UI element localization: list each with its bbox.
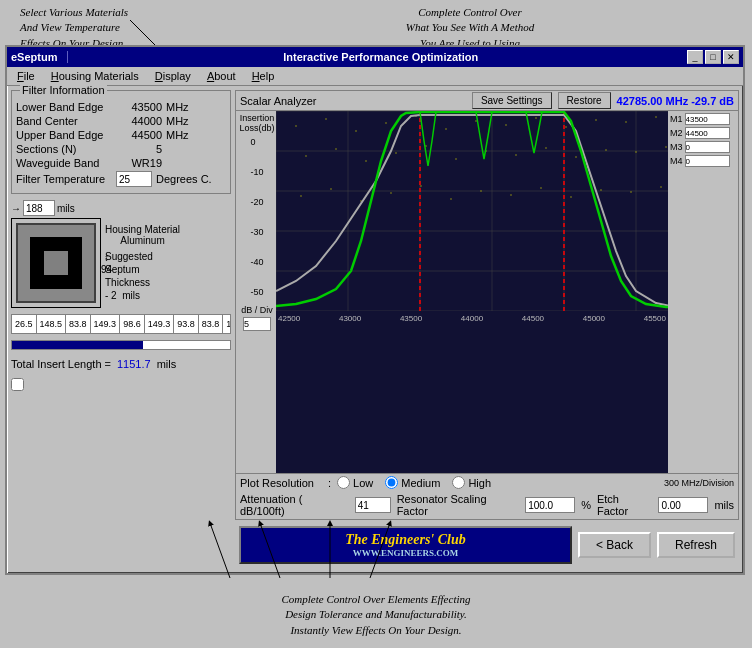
x-label-44000: 44000 (461, 314, 483, 323)
svg-point-17 (295, 125, 297, 127)
num-cell-4: 98.6 (120, 315, 145, 333)
attenuation-label: Attenuation ( dB/100ft) (240, 493, 349, 517)
housing-material: Housing MaterialAluminum (105, 224, 180, 246)
band-center-value: 44000 (116, 115, 166, 127)
svg-point-44 (665, 146, 667, 148)
window-controls: _ □ ✕ (687, 50, 739, 64)
svg-point-34 (365, 160, 367, 162)
width-unit: mils (57, 203, 75, 214)
maximize-button[interactable]: □ (705, 50, 721, 64)
menu-file[interactable]: File (9, 68, 43, 84)
back-button[interactable]: < Back (578, 532, 651, 558)
bottom-bar: Total Insert Length = 1151.7 mils (11, 356, 231, 372)
temperature-input[interactable] (116, 171, 152, 187)
db-div-input[interactable] (243, 317, 271, 331)
sections-value: 5 (116, 143, 166, 155)
checkbox-option[interactable] (11, 378, 24, 391)
svg-point-42 (605, 149, 607, 151)
menu-display[interactable]: Display (147, 68, 199, 84)
m3-input[interactable] (685, 141, 730, 153)
chart-background: 0 -10 -20 -30 -40 -50 42500 43000 43500 (276, 111, 668, 473)
save-settings-button[interactable]: Save Settings (472, 92, 552, 109)
restore-button[interactable]: Restore (558, 92, 611, 109)
y-label-40: -40 (250, 257, 263, 267)
waveguide-label: Waveguide Band (16, 157, 116, 169)
sa-title: Scalar Analyzer (240, 95, 316, 107)
x-label-43500: 43500 (400, 314, 422, 323)
svg-point-51 (450, 198, 452, 200)
minimize-button[interactable]: _ (687, 50, 703, 64)
svg-point-46 (300, 195, 302, 197)
svg-point-50 (420, 185, 422, 187)
total-insert-label: Total Insert Length = (11, 358, 111, 370)
plot-resolution-label: Plot Resolution (240, 477, 314, 489)
x-label-43000: 43000 (339, 314, 361, 323)
main-content: Filter Information Lower Band Edge 43500… (7, 86, 743, 570)
menu-about[interactable]: About (199, 68, 244, 84)
resonator-input[interactable] (525, 497, 575, 513)
temperature-label: Filter Temperature (16, 173, 116, 185)
svg-point-43 (635, 151, 637, 153)
annotation-bottom: Complete Control Over Elements Effecting… (201, 592, 551, 638)
db-div-label: dB / Div (241, 305, 273, 315)
right-panel: Scalar Analyzer Save Settings Restore 42… (235, 90, 739, 566)
resolution-medium[interactable]: Medium (385, 476, 440, 489)
svg-point-53 (510, 194, 512, 196)
resolution-high[interactable]: High (452, 476, 491, 489)
m1-input[interactable] (685, 113, 730, 125)
etch-input[interactable] (658, 497, 708, 513)
septum-diagram: ↕ 94 (11, 218, 101, 308)
m2-input[interactable] (685, 127, 730, 139)
m4-label: M4 (670, 156, 683, 166)
x-axis-labels: 42500 43000 43500 44000 44500 45000 4550… (276, 313, 668, 324)
svg-point-57 (630, 191, 632, 193)
refresh-button[interactable]: Refresh (657, 532, 735, 558)
num-cell-6: 93.8 (174, 315, 199, 333)
svg-point-22 (445, 128, 447, 130)
m2-label: M2 (670, 128, 683, 138)
resolution-low[interactable]: Low (337, 476, 373, 489)
upper-band-unit: MHz (166, 129, 189, 141)
y-label-30: -30 (250, 227, 263, 237)
sections-label: Sections (N) (16, 143, 116, 155)
svg-point-49 (390, 192, 392, 194)
resonator-unit: % (581, 499, 591, 511)
upper-band-label: Upper Band Edge (16, 129, 116, 141)
main-window: eSeptum Interactive Performance Optimiza… (5, 45, 745, 575)
svg-point-28 (625, 121, 627, 123)
etch-label: Etch Factor (597, 493, 653, 517)
menu-help[interactable]: Help (244, 68, 283, 84)
attenuation-input[interactable] (355, 497, 391, 513)
total-insert-unit: mils (157, 358, 177, 370)
svg-point-37 (455, 158, 457, 160)
checkbox-row (11, 378, 231, 391)
menu-housing[interactable]: Housing Materials (43, 68, 147, 84)
svg-point-40 (545, 147, 547, 149)
svg-point-47 (330, 188, 332, 190)
m4-input[interactable] (685, 155, 730, 167)
sa-coordinates: 42785.00 MHz -29.7 dB (617, 95, 734, 107)
close-button[interactable]: ✕ (723, 50, 739, 64)
waveguide-value: WR19 (116, 157, 166, 169)
num-cell-2: 83.8 (66, 315, 91, 333)
svg-point-32 (305, 155, 307, 157)
num-cell-8: 148.5 (223, 315, 231, 333)
progress-bar (11, 340, 231, 350)
band-center-unit: MHz (166, 115, 189, 127)
y-label-0: 0 (250, 137, 263, 147)
lower-band-unit: MHz (166, 101, 189, 113)
m3-label: M3 (670, 142, 683, 152)
width-input[interactable] (23, 200, 55, 216)
filter-info-title: Filter Information (20, 84, 107, 96)
resolution-radio-group: Low Medium High (337, 476, 491, 489)
filter-row-sections: Sections (N) 5 (16, 143, 226, 155)
chart-svg: 0 -10 -20 -30 -40 -50 (276, 111, 668, 311)
svg-point-55 (570, 196, 572, 198)
filter-info-group: Filter Information Lower Band Edge 43500… (11, 90, 231, 194)
attenuation-row: Attenuation ( dB/100ft) Resonator Scalin… (236, 491, 738, 519)
plot-resolution-row: Plot Resolution : Low Medium High 3 (236, 473, 738, 491)
band-center-label: Band Center (16, 115, 116, 127)
svg-point-33 (335, 148, 337, 150)
svg-point-18 (325, 118, 327, 120)
progress-bar-fill (12, 341, 143, 349)
